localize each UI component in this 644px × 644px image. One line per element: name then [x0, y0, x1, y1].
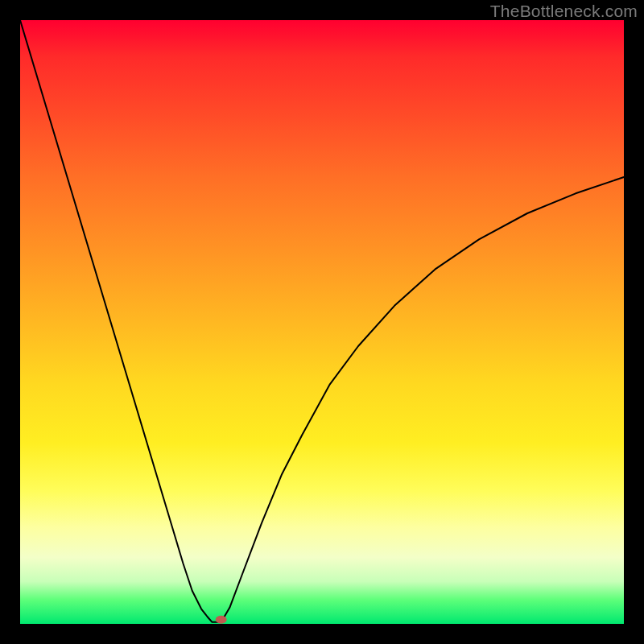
bottleneck-curve: [20, 20, 624, 622]
chart-frame: TheBottleneck.com: [0, 0, 644, 644]
plot-area: [20, 20, 624, 624]
curve-layer: [20, 20, 624, 624]
optimum-marker: [216, 616, 227, 624]
watermark-label: TheBottleneck.com: [490, 2, 638, 21]
